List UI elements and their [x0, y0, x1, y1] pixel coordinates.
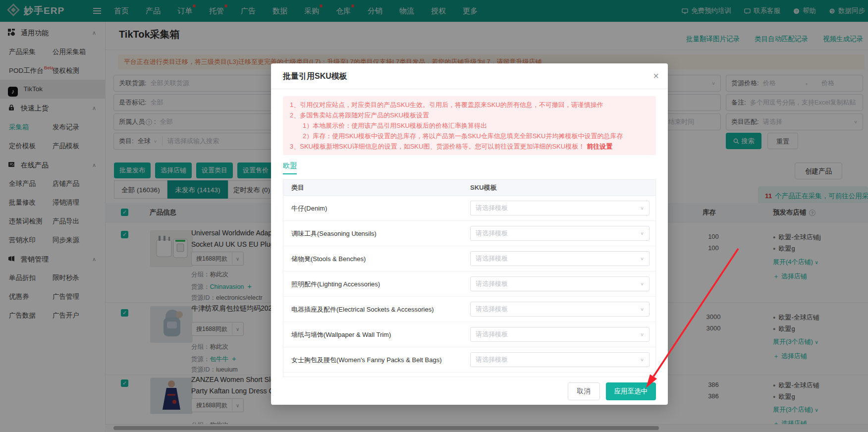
category-name: 墙纸与墙饰(Wallpaper & Wall Trim)	[291, 322, 391, 347]
sku-template-select[interactable]: 请选择模板∨	[470, 327, 650, 342]
chevron-down-icon: ∨	[640, 203, 644, 214]
column-category: 类目	[291, 180, 304, 196]
sku-template-select[interactable]: 请选择模板∨	[470, 201, 650, 216]
sku-table-row: 储物凳(Stools & Benches) 请选择模板∨	[283, 246, 655, 271]
chevron-down-icon: ∨	[640, 329, 644, 340]
sku-table-row: 牛仔(Denim) 请选择模板∨	[283, 196, 655, 221]
sku-table-row: 女士胸包及腰包(Women's Fanny Packs & Belt Bags)…	[283, 347, 655, 373]
cancel-button[interactable]: 取消	[568, 382, 600, 400]
app-window: 妙手ERP 首页 产品 订单 托管 广告 数据 采购 仓库 分销 物流 授权 更…	[0, 0, 868, 432]
go-to-settings-link[interactable]: 前往设置	[587, 143, 612, 150]
sku-template-select[interactable]: 请选择模板∨	[470, 251, 650, 266]
sku-template-select[interactable]: 请选择模板∨	[470, 302, 650, 317]
sku-table-header: 类目 SKU模板	[283, 180, 655, 196]
apply-to-selected-button[interactable]: 应用至选中	[606, 382, 656, 400]
sku-template-select[interactable]: 请选择模板∨	[470, 226, 650, 241]
modal-warning-notice: 1、引用仅对应站点，对应类目的产品SKU生效。引用后，将覆盖原来SKU的所有信息…	[283, 96, 656, 155]
category-name: 电器插座及配件(Electrical Sockets & Accessories…	[291, 297, 434, 322]
modal-footer: 取消 应用至选中	[568, 382, 656, 400]
modal-title: 批量引用SKU模板	[283, 63, 347, 89]
sku-table-row: 照明配件(Lighting Accessories) 请选择模板∨	[283, 271, 655, 297]
category-name: 照明配件(Lighting Accessories)	[291, 271, 380, 297]
category-name: 女士胸包及腰包(Women's Fanny Packs & Belt Bags)	[291, 347, 442, 373]
chevron-down-icon: ∨	[640, 304, 644, 315]
column-sku-template: SKU模板	[470, 180, 496, 196]
chevron-down-icon: ∨	[640, 253, 644, 264]
modal-header: 批量引用SKU模板 ×	[271, 63, 668, 89]
sku-template-select[interactable]: 请选择模板∨	[470, 352, 650, 367]
category-name: 调味工具(Seasoning Utensils)	[291, 221, 377, 246]
sku-template-select[interactable]: 请选择模板∨	[470, 276, 650, 291]
sku-table-row: 电器插座及配件(Electrical Sockets & Accessories…	[283, 297, 655, 322]
chevron-down-icon: ∨	[640, 228, 644, 239]
chevron-down-icon: ∨	[640, 354, 644, 365]
batch-apply-sku-template-modal: 批量引用SKU模板 × 1、引用仅对应站点，对应类目的产品SKU生效。引用后，将…	[271, 63, 668, 405]
category-name: 牛仔(Denim)	[291, 196, 327, 221]
tab-eu[interactable]: 欧盟	[283, 162, 297, 174]
sku-table-row: 墙纸与墙饰(Wallpaper & Wall Trim) 请选择模板∨	[283, 322, 655, 347]
sku-template-table: 类目 SKU模板 牛仔(Denim) 请选择模板∨ 调味工具(Seasoning…	[283, 179, 656, 377]
category-name: 储物凳(Stools & Benches)	[291, 246, 366, 271]
close-icon[interactable]: ×	[653, 69, 659, 82]
sku-table-row: 调味工具(Seasoning Utensils) 请选择模板∨	[283, 221, 655, 246]
sku-table-row: 请选择模板∨	[283, 373, 655, 377]
chevron-down-icon: ∨	[640, 278, 644, 289]
